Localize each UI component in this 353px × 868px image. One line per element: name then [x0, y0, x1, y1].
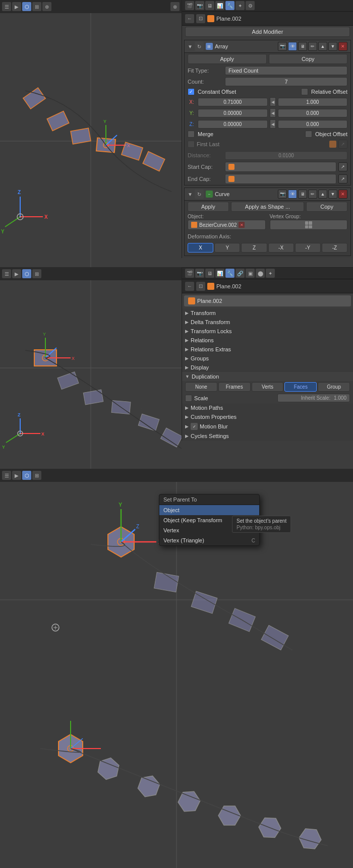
- array-render-icon[interactable]: 🖥: [298, 42, 307, 51]
- x-input[interactable]: 0.71000: [198, 98, 268, 106]
- deform-ny-btn[interactable]: -Y: [295, 243, 321, 253]
- array-down-icon[interactable]: ▼: [328, 42, 337, 51]
- relations-extras-section[interactable]: ▶ Relations Extras: [182, 345, 353, 354]
- gizmo-icon[interactable]: ⊕: [42, 2, 51, 11]
- cycle-icon[interactable]: ↻: [195, 42, 204, 51]
- transform-section[interactable]: ▶ Transform: [182, 308, 353, 318]
- obj-particles-icon[interactable]: ✦: [266, 269, 275, 278]
- overlay-icon[interactable]: ⊞: [32, 2, 41, 11]
- custom-props-section[interactable]: ▶ Custom Properties: [182, 412, 353, 421]
- duplication-section[interactable]: ▼ Duplication: [182, 372, 353, 381]
- obj-data-icon[interactable]: ▣: [246, 269, 255, 278]
- relations-section[interactable]: ▶ Relations: [182, 336, 353, 345]
- vertex-group-input[interactable]: [270, 220, 348, 230]
- fit-type-select[interactable]: Fixed Count: [225, 66, 347, 75]
- deform-nx-btn[interactable]: -X: [268, 243, 294, 253]
- y-input[interactable]: 0.00000: [198, 109, 268, 117]
- curve-render-icon[interactable]: 🖥: [298, 190, 307, 199]
- inherit-scale-field[interactable]: Inherit Scale: 1.000: [277, 394, 350, 402]
- delta-transform-section[interactable]: ▶ Delta Transform: [182, 318, 353, 327]
- groups-section[interactable]: ▶ Groups: [182, 354, 353, 363]
- select2-menu-icon[interactable]: ▶: [12, 269, 21, 278]
- dup-none-btn[interactable]: None: [185, 382, 217, 392]
- y-relative-input[interactable]: 0.000: [278, 109, 348, 117]
- curve-cycle-icon[interactable]: ↻: [195, 190, 204, 199]
- start-cap-link[interactable]: ↗: [338, 162, 347, 171]
- overlay2-icon[interactable]: ⊞: [32, 269, 41, 278]
- relative-offset-checkbox[interactable]: [301, 88, 308, 95]
- array-apply-button[interactable]: Apply: [188, 54, 267, 64]
- end-cap-input[interactable]: [225, 174, 336, 184]
- array-copy-button[interactable]: Copy: [269, 54, 348, 64]
- physics-icon[interactable]: ⚙: [246, 1, 255, 10]
- display-section[interactable]: ▶ Display: [182, 363, 353, 372]
- motion-paths-section[interactable]: ▶ Motion Paths: [182, 403, 353, 412]
- dup-group-btn[interactable]: Group: [318, 382, 350, 392]
- constant-offset-checkbox[interactable]: [188, 88, 195, 95]
- clear-object-btn[interactable]: ✕: [239, 222, 245, 228]
- array-up-icon[interactable]: ▲: [318, 42, 327, 51]
- curve-up-icon[interactable]: ▲: [318, 190, 327, 199]
- output-icon[interactable]: 🖥: [205, 1, 214, 10]
- context-object-item[interactable]: Object: [159, 505, 259, 515]
- obj-output-icon[interactable]: 🖥: [205, 269, 214, 278]
- add-modifier-button[interactable]: Add Modifier: [185, 27, 350, 37]
- curve-apply-shape-button[interactable]: Apply as Shape ...: [231, 202, 305, 212]
- curve-eye-icon[interactable]: 👁: [288, 190, 297, 199]
- shading3-icon[interactable]: ⬡: [22, 471, 31, 480]
- array-collapse-arrow[interactable]: ▼: [188, 44, 193, 49]
- array-edit-icon[interactable]: ✏: [308, 42, 317, 51]
- z-arrow[interactable]: ◀: [270, 119, 276, 129]
- obj-scene-icon[interactable]: 🎬: [185, 269, 194, 278]
- obj-render-icon[interactable]: 📷: [195, 269, 204, 278]
- x-arrow[interactable]: ◀: [270, 97, 276, 106]
- deform-y-btn[interactable]: Y: [214, 243, 240, 253]
- nav-back-icon[interactable]: ←: [185, 14, 194, 23]
- view3-menu-icon[interactable]: ☰: [2, 471, 11, 480]
- obj-props-icon[interactable]: 🔧: [225, 269, 234, 278]
- overlay3-icon[interactable]: ⊞: [32, 471, 41, 480]
- curve-collapse-arrow[interactable]: ▼: [188, 192, 193, 197]
- scale-checkbox[interactable]: [185, 395, 192, 402]
- y-arrow[interactable]: ◀: [270, 108, 276, 117]
- render-icon[interactable]: 📷: [195, 1, 204, 10]
- select3-menu-icon[interactable]: ▶: [12, 471, 21, 480]
- object-offset-checkbox[interactable]: [305, 131, 312, 138]
- shading2-icon[interactable]: ⬡: [22, 269, 31, 278]
- deform-nz-btn[interactable]: -Z: [322, 243, 347, 253]
- z-input[interactable]: 0.00000: [198, 120, 268, 129]
- curve-delete-icon[interactable]: ✕: [338, 190, 347, 199]
- z-relative-input[interactable]: 0.000: [278, 120, 348, 129]
- merge-checkbox[interactable]: [188, 131, 195, 138]
- view-layer-icon[interactable]: 📊: [215, 1, 224, 10]
- cycles-settings-section[interactable]: ▶ Cycles Settings: [182, 431, 353, 441]
- obj-nav-back[interactable]: ←: [185, 282, 194, 291]
- obj-view-icon[interactable]: 📊: [215, 269, 224, 278]
- obj-nav[interactable]: ⊡: [196, 282, 205, 291]
- viewport-shading-icon[interactable]: ⬡: [22, 2, 31, 11]
- select-menu-icon[interactable]: ▶: [12, 2, 21, 11]
- scene-icon[interactable]: 🎬: [185, 1, 194, 10]
- dup-faces-btn[interactable]: Faces: [284, 382, 317, 392]
- obj-constraint-icon[interactable]: 🔗: [236, 269, 245, 278]
- end-cap-link[interactable]: ↗: [338, 174, 347, 183]
- start-cap-input[interactable]: [225, 162, 336, 172]
- curve-camera-icon[interactable]: 📷: [278, 190, 287, 199]
- obj-material-icon[interactable]: ⬤: [256, 269, 265, 278]
- view-menu-icon[interactable]: ☰: [2, 2, 11, 11]
- deform-z-btn[interactable]: Z: [241, 243, 267, 253]
- motion-blur-section[interactable]: ▶ ✓ Motion Blur: [182, 421, 353, 431]
- render-mode-icon[interactable]: ⊗: [170, 2, 180, 11]
- curve-copy-button[interactable]: Copy: [306, 202, 347, 212]
- array-camera-icon[interactable]: 📷: [278, 42, 287, 51]
- count-input[interactable]: 7: [225, 77, 347, 86]
- view2-menu-icon[interactable]: ☰: [2, 269, 11, 278]
- curve-apply-button[interactable]: Apply: [188, 202, 229, 212]
- curve-edit-icon[interactable]: ✏: [308, 190, 317, 199]
- dup-frames-btn[interactable]: Frames: [218, 382, 251, 392]
- array-delete-icon[interactable]: ✕: [338, 42, 347, 51]
- context-vertex-tri-item[interactable]: Vertex (Triangle) C: [159, 535, 259, 545]
- curve-down-icon[interactable]: ▼: [328, 190, 337, 199]
- object-input[interactable]: BezierCurve.002 ✕: [188, 220, 266, 230]
- particles-icon[interactable]: ✦: [236, 1, 245, 10]
